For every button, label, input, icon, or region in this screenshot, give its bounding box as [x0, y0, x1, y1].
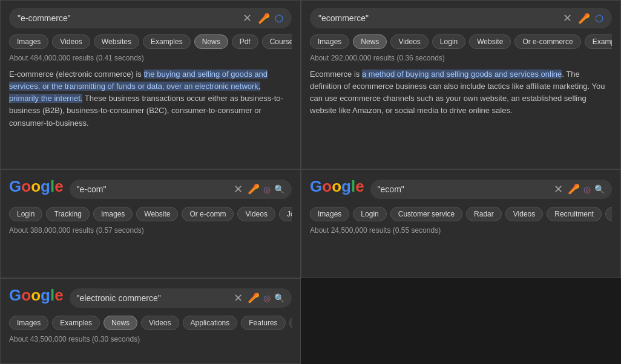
chip-customer-service-4[interactable]: Customer service	[390, 207, 462, 221]
chip-radar-4[interactable]: Radar	[466, 207, 502, 221]
chip-or-ecommerce-2[interactable]: Or e-commerce	[514, 34, 580, 49]
chip-examples-2[interactable]: Examples	[585, 34, 612, 49]
panel-ecom-hyphen: Google "e-com" ✕ 🎤 ◎ 🔍 Login Tracking Im…	[0, 169, 301, 278]
filter-chips-5: Images Examples News Videos Applications…	[9, 316, 292, 330]
chip-login-2[interactable]: Login	[432, 34, 465, 49]
chip-images-5[interactable]: Images	[9, 316, 48, 330]
lens-icon-1[interactable]: ⬡	[275, 13, 283, 24]
chip-news-5[interactable]: News	[104, 316, 137, 330]
chip-examples-1[interactable]: Examples	[143, 34, 191, 49]
chip-features-5[interactable]: Features	[241, 316, 285, 330]
search-query-3: "e-com"	[77, 184, 229, 194]
snippet-text-2a: Ecommerce is	[310, 70, 362, 79]
chip-login-3[interactable]: Login	[9, 207, 42, 221]
mic-icon-1[interactable]: 🎤	[258, 13, 270, 24]
search-button-3[interactable]: 🔍	[274, 184, 284, 194]
chip-images-4[interactable]: Images	[310, 207, 349, 221]
search-query-1: "e-commerce"	[18, 13, 237, 23]
filter-chips-2: Images News Videos Login Website Or e-co…	[310, 34, 612, 49]
chip-pdf-1[interactable]: Pdf	[232, 34, 258, 49]
clear-button-2[interactable]: ✕	[562, 11, 573, 25]
chip-videos-2[interactable]: Videos	[390, 34, 428, 49]
chip-videos-3[interactable]: Videos	[237, 207, 275, 221]
empty-panel	[301, 278, 621, 364]
clear-button-4[interactable]: ✕	[553, 183, 564, 196]
search-query-5: "electronic commerce"	[77, 293, 229, 303]
snippet-2: Ecommerce is a method of buying and sell…	[310, 68, 612, 117]
search-row-3: Google "e-com" ✕ 🎤 ◎ 🔍	[9, 177, 292, 201]
search-row-4: Google "ecom" ✕ 🎤 ◎ 🔍	[310, 177, 612, 201]
google-logo-5: Google	[9, 286, 64, 305]
chip-videos-5[interactable]: Videos	[141, 316, 179, 330]
chip-applications-5[interactable]: Applications	[183, 316, 238, 330]
chip-jobs-3[interactable]: Jobs	[279, 207, 292, 221]
chip-benefits-5[interactable]: Benefits	[289, 316, 292, 330]
search-query-4: "ecom"	[378, 184, 549, 194]
results-count-3: About 388,000,000 results (0.57 seconds)	[9, 226, 292, 235]
lens-icon-4[interactable]: ◎	[583, 184, 591, 194]
chip-tracking-3[interactable]: Tracking	[46, 207, 90, 221]
search-button-4[interactable]: 🔍	[594, 184, 605, 194]
google-logo-4: Google	[310, 177, 364, 196]
filter-chips-1: Images Videos Websites Examples News Pdf…	[9, 34, 292, 49]
chip-videos-1[interactable]: Videos	[52, 34, 90, 49]
mic-icon-3[interactable]: 🎤	[248, 183, 260, 195]
mic-icon-2[interactable]: 🎤	[578, 13, 590, 24]
search-query-2: "ecommerce"	[318, 13, 557, 23]
chip-meaning-4[interactable]: Meaning	[605, 207, 612, 221]
clear-button-1[interactable]: ✕	[242, 11, 253, 25]
snippet-1: E-commerce (electronic commerce) is the …	[9, 68, 292, 129]
lens-icon-3[interactable]: ◎	[263, 184, 271, 194]
panel-ecommerce: "ecommerce" ✕ 🎤 ⬡ Images News Videos Log…	[301, 0, 621, 169]
panel-ecommerce-hyphen: "e-commerce" ✕ 🎤 ⬡ Images Videos Website…	[0, 0, 301, 169]
panel-electronic-commerce: Google "electronic commerce" ✕ 🎤 ◎ 🔍 Ima…	[0, 278, 301, 364]
results-count-2: About 292,000,000 results (0.36 seconds)	[310, 54, 612, 62]
snippet-text-1a: E-commerce (electronic commerce) is	[9, 70, 144, 79]
chip-images-3[interactable]: Images	[93, 207, 133, 221]
panel-ecom: Google "ecom" ✕ 🎤 ◎ 🔍 Images Login Custo…	[301, 169, 621, 278]
search-button-5[interactable]: 🔍	[274, 293, 284, 303]
search-box-3[interactable]: "e-com" ✕ 🎤 ◎ 🔍	[70, 180, 292, 199]
chip-images-1[interactable]: Images	[9, 34, 48, 49]
chip-login-4[interactable]: Login	[353, 207, 386, 221]
search-row-5: Google "electronic commerce" ✕ 🎤 ◎ 🔍	[9, 286, 292, 310]
clear-button-3[interactable]: ✕	[232, 183, 244, 196]
filter-chips-3: Login Tracking Images Website Or e-comm …	[9, 207, 292, 221]
search-box-5[interactable]: "electronic commerce" ✕ 🎤 ◎ 🔍	[70, 288, 292, 308]
lens-icon-5[interactable]: ◎	[263, 293, 271, 303]
chip-website-2[interactable]: Website	[469, 34, 511, 49]
clear-button-5[interactable]: ✕	[232, 291, 244, 305]
google-logo-3: Google	[9, 177, 64, 196]
lens-icon-2[interactable]: ⬡	[595, 13, 603, 24]
chip-news-1[interactable]: News	[194, 34, 228, 49]
chip-recruitment-4[interactable]: Recruitment	[547, 207, 602, 221]
mic-icon-5[interactable]: 🎤	[248, 292, 260, 304]
search-bar-1[interactable]: "e-commerce" ✕ 🎤 ⬡	[9, 8, 292, 28]
chip-news-2[interactable]: News	[353, 34, 387, 49]
chip-or-ecomm-3[interactable]: Or e-comm	[182, 207, 234, 221]
results-count-1: About 484,000,000 results (0.41 seconds)	[9, 54, 292, 62]
chip-websites-1[interactable]: Websites	[94, 34, 139, 49]
chip-images-2[interactable]: Images	[310, 34, 349, 49]
snippet-highlight-2: a method of buying and selling goods and…	[362, 70, 562, 79]
chip-website-3[interactable]: Website	[136, 207, 178, 221]
filter-chips-4: Images Login Customer service Radar Vide…	[310, 207, 612, 221]
search-bar-2[interactable]: "ecommerce" ✕ 🎤 ⬡	[310, 8, 612, 28]
chip-videos-4[interactable]: Videos	[505, 207, 543, 221]
search-box-4[interactable]: "ecom" ✕ 🎤 ◎ 🔍	[370, 180, 612, 199]
results-count-4: About 24,500,000 results (0.55 seconds)	[310, 226, 612, 235]
chip-examples-5[interactable]: Examples	[52, 316, 100, 330]
chip-course-1[interactable]: Course	[262, 34, 292, 49]
mic-icon-4[interactable]: 🎤	[568, 183, 580, 195]
results-count-5: About 43,500,000 results (0.30 seconds)	[9, 335, 292, 343]
